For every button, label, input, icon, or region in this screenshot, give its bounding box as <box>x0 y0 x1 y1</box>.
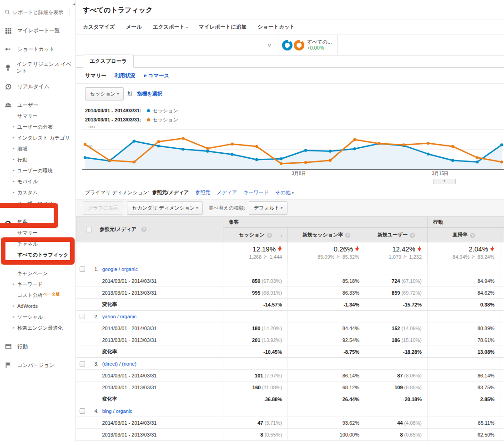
sidebar-item-acquisition[interactable]: 集客 <box>0 216 76 227</box>
vs-label: 対 <box>127 90 132 97</box>
period-label: 2013/03/01 - 2013/03/31 <box>89 382 223 393</box>
sidebar-item-keywords[interactable]: ▸キーワード <box>0 279 76 290</box>
table-row-source: 4.bing / organic <box>76 405 504 417</box>
metric-value-cell: 160(11.08%) <box>223 382 288 393</box>
chevron-down-icon: ▾ <box>117 92 119 96</box>
column-header-bounce-rate[interactable]: 直帰率? <box>428 228 500 242</box>
sidebar-item-intelligence-events[interactable]: インテリジェンス イベント <box>0 62 76 73</box>
sidebar-item-users-demographics[interactable]: ▸ユーザーの分布 <box>0 121 76 132</box>
expand-arrow-icon: ▸ <box>13 165 15 176</box>
flag-icon <box>5 362 12 368</box>
sidebar-item-my-reports[interactable]: マイレポート一覧 <box>0 25 76 36</box>
shortcut-button[interactable]: ショートカット <box>257 24 295 30</box>
metric-value-cell: -15.72% <box>365 299 428 311</box>
behavior-icon <box>5 344 12 349</box>
metric-dropdown[interactable]: セッション▾ <box>85 87 124 100</box>
search-input[interactable] <box>13 10 67 15</box>
sidebar-item-conversions[interactable]: コンバージョン <box>0 360 76 371</box>
sidebar-item-campaigns[interactable]: キャンペーン <box>0 268 76 279</box>
customize-button[interactable]: カスタマイズ <box>83 24 115 30</box>
sidebar-item-cost-analysis[interactable]: コスト分析ベータ版 <box>0 290 76 301</box>
source-medium-link[interactable]: (direct) / (none) <box>102 361 136 367</box>
metric-group-subnav: サマリー 利用状況 e コマース <box>76 68 504 84</box>
source-medium-link[interactable]: google / organic <box>102 266 138 272</box>
sidebar-item-acquisition-summary[interactable]: サマリー <box>0 227 76 238</box>
select-all-checkbox[interactable] <box>86 227 91 232</box>
sidebar-item-users-summary[interactable]: サマリー <box>0 110 76 121</box>
source-medium-link[interactable]: yahoo / organic <box>102 314 136 319</box>
plot-rows-button[interactable]: グラフに表示 <box>83 201 123 215</box>
dimension-keyword[interactable]: キーワード <box>243 189 269 196</box>
row-checkbox[interactable] <box>80 408 85 414</box>
segment-delta: +0.00% <box>307 45 332 51</box>
add-to-dashboard-button[interactable]: マイレポートに追加 <box>199 24 247 30</box>
subtab-summary[interactable]: サマリー <box>85 72 106 79</box>
expand-arrow-icon: ▸ <box>13 322 15 333</box>
sidebar-item-label: 検索エンジン最適化 <box>17 325 63 331</box>
sidebar-item-users[interactable]: ユーザー <box>0 100 76 110</box>
export-button[interactable]: エクスポート▾ <box>153 24 188 30</box>
sidebar-item-label: サマリー <box>17 230 38 236</box>
sidebar-item-users-environment[interactable]: ▸ユーザーの環境 <box>0 165 76 176</box>
help-icon[interactable]: ? <box>267 233 272 238</box>
email-button[interactable]: メール <box>126 24 142 30</box>
sidebar-item-realtime[interactable]: リアルタイム <box>0 81 76 92</box>
legend-dot-orange-icon <box>147 118 150 121</box>
metric-value-cell: 84.62% <box>428 287 500 299</box>
dimension-column-header[interactable]: 参照元/メディア ? <box>76 217 223 242</box>
dimension-source[interactable]: 参照元 <box>195 189 210 196</box>
tab-explorer[interactable]: エクスプローラ <box>83 55 134 68</box>
sidebar-item-seo[interactable]: ▸検索エンジン最適化 <box>0 322 76 333</box>
chevron-down-icon[interactable]: ∨ <box>267 42 272 49</box>
row-checkbox[interactable] <box>80 314 85 319</box>
row-number: 2. <box>95 314 99 319</box>
subtab-ecommerce[interactable]: e コマース <box>144 72 169 79</box>
column-header-new-users[interactable]: 新規ユーザー? <box>365 228 428 242</box>
sort-type-dropdown[interactable]: デフォルト▾ <box>249 201 287 215</box>
dimension-medium[interactable]: メディア <box>217 189 237 196</box>
sidebar-item-all-traffic[interactable]: すべてのトラフィック <box>0 249 76 260</box>
help-icon[interactable]: ? <box>410 233 415 238</box>
help-icon[interactable]: ? <box>345 233 350 238</box>
sidebar-item-channels[interactable]: チャネル <box>0 238 76 249</box>
metric-value-cell: 83.75% <box>428 382 500 393</box>
table-row-period: 2013/03/01 - 2013/03/31160(11.08%)68.12%… <box>76 382 504 393</box>
dimension-source-medium[interactable]: 参照元/メディア <box>152 189 189 196</box>
expand-arrow-icon: ▸ <box>13 187 15 198</box>
sort-type-label: 並べ替えの種類: <box>208 205 245 211</box>
sidebar-item-social[interactable]: ▸ソーシャル <box>0 311 76 322</box>
secondary-dimension-dropdown[interactable]: セカンダリ ディメンション▾ <box>127 201 203 215</box>
sidebar-item-geo[interactable]: ▸地域 <box>0 143 76 154</box>
sidebar-search[interactable] <box>2 7 70 17</box>
period-label: 2014/03/01 - 2014/03/31 <box>89 370 223 382</box>
metric-value-cell: 13.08% <box>428 346 500 358</box>
help-icon[interactable]: ? <box>470 233 475 238</box>
row-checkbox[interactable] <box>80 266 85 272</box>
sidebar-item-behavior[interactable]: 行動 <box>0 341 76 352</box>
select-metric-link[interactable]: 指標を選択 <box>137 90 162 97</box>
sidebar-item-users-flow[interactable]: ユーザーのフロー <box>0 198 76 209</box>
metric-value-cell: 86.33% <box>288 287 365 299</box>
table-row-source: 3.(direct) / (none) <box>76 358 504 370</box>
decrease-arrow-icon <box>490 246 494 251</box>
source-medium-link[interactable]: bing / organic <box>102 408 132 414</box>
sidebar-item-adwords[interactable]: ▸AdWords <box>0 301 76 311</box>
sidebar-item-interest-categories[interactable]: ▸インタレスト カテゴリ <box>0 132 76 143</box>
segment-chip[interactable]: すべての... +0.00% <box>278 35 338 55</box>
expand-arrow-icon: ▸ <box>13 154 15 165</box>
sidebar-item-custom[interactable]: ▸カスタム <box>0 187 76 198</box>
column-header-sessions[interactable]: セッション?↓ <box>223 228 288 242</box>
sidebar-item-shortcuts[interactable]: ショートカット <box>0 44 76 55</box>
period-label: 2014/03/01 - 2014/03/31 <box>89 417 223 429</box>
row-checkbox[interactable] <box>80 361 85 367</box>
help-icon[interactable]: ? <box>141 227 146 232</box>
sidebar-collapse-icon[interactable]: ◂ <box>73 1 75 6</box>
summary-sessions: 12.19%1,268 と 1,444 <box>223 242 288 263</box>
column-header-new-session-rate[interactable]: 新規セッション率? <box>288 228 365 242</box>
sidebar-item-users-behavior[interactable]: ▸行動 <box>0 154 76 165</box>
sidebar-item-label: ソーシャル <box>17 314 43 320</box>
subtab-site-usage[interactable]: 利用状況 <box>115 72 136 79</box>
sidebar-item-mobile[interactable]: ▸モバイル <box>0 176 76 187</box>
chart-collapse-button[interactable]: ▾ <box>433 179 456 184</box>
dimension-other-dropdown[interactable]: その他▾ <box>275 189 294 196</box>
